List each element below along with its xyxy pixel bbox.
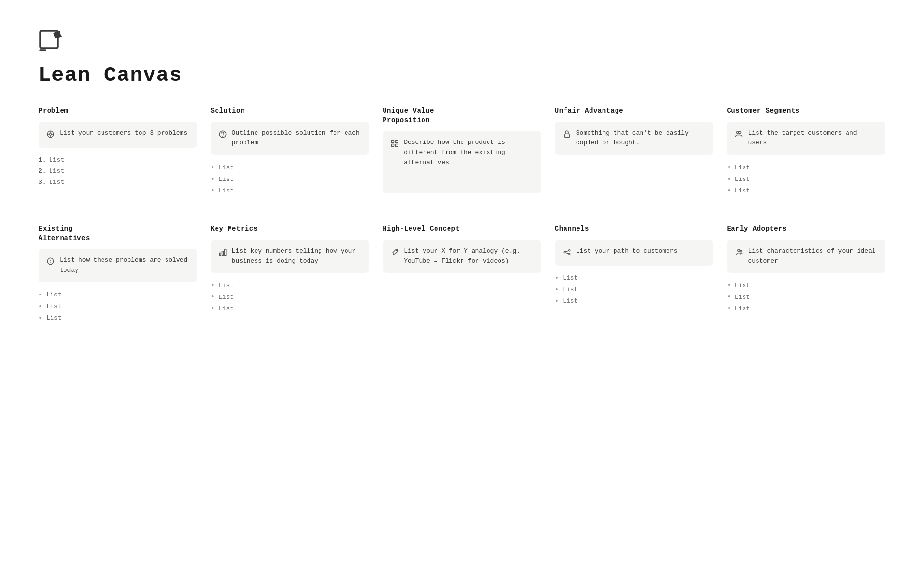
top-row-grid: Problem List your customers top 3 proble…: [38, 106, 886, 200]
problem-card-icon: [46, 129, 55, 141]
problem-section: Problem List your customers top 3 proble…: [38, 106, 197, 200]
early-adopters-list: List List List: [727, 280, 886, 314]
channels-list: List List List: [555, 272, 714, 307]
svg-point-10: [222, 136, 223, 136]
high-level-card: List your X for Y analogy (e.g. YouTube …: [383, 240, 541, 273]
customer-segments-card: List the target customers and users: [727, 122, 886, 155]
channels-card-icon: [563, 247, 571, 259]
page-title: Lean Canvas: [38, 64, 886, 87]
customer-segments-list: List List List: [727, 162, 886, 196]
high-level-section: High-Level Concept List your X for Y ana…: [383, 224, 541, 324]
key-metrics-card: List key numbers telling how your busine…: [211, 240, 370, 273]
list-item: List: [727, 303, 886, 314]
existing-alternatives-card-text: List how these problems are solved today: [60, 256, 190, 276]
channels-header: Channels: [555, 224, 714, 234]
customer-segments-header: Customer Segments: [727, 106, 886, 116]
channels-card-text: List your path to customers: [576, 246, 678, 256]
customer-segments-card-icon: [734, 129, 743, 141]
list-item: List: [38, 289, 197, 301]
svg-point-27: [569, 253, 570, 255]
svg-rect-12: [396, 140, 398, 142]
high-level-card-text: List your X for Y analogy (e.g. YouTube …: [404, 246, 534, 267]
problem-header: Problem: [38, 106, 197, 116]
list-item: List: [555, 284, 714, 295]
list-item: List: [727, 162, 886, 173]
list-item: List: [555, 272, 714, 284]
unfair-section: Unfair Advantage Something that can't be…: [555, 106, 714, 200]
existing-alternatives-card-icon: [46, 256, 55, 268]
svg-point-4: [50, 133, 52, 135]
page-header: Lean Canvas: [38, 29, 886, 87]
list-item: List: [38, 312, 197, 324]
channels-section: Channels List your path to customers Lis…: [555, 224, 714, 324]
list-item: 1.List: [38, 154, 197, 166]
unfair-card: Something that can't be easily copied or…: [555, 122, 714, 155]
existing-alternatives-list: List List List: [38, 289, 197, 324]
existing-alternatives-card: List how these problems are solved today: [38, 249, 197, 282]
svg-point-30: [738, 249, 740, 252]
svg-point-26: [569, 250, 570, 251]
key-metrics-card-icon: [218, 247, 227, 259]
problem-list: 1.List 2.List 3.List: [38, 154, 197, 188]
uvp-card-icon: [390, 138, 399, 150]
problem-card-text: List your customers top 3 problems: [60, 128, 187, 139]
key-metrics-section: Key Metrics List key numbers telling how…: [211, 224, 370, 324]
svg-rect-13: [391, 144, 394, 147]
solution-header: Solution: [211, 106, 370, 116]
svg-rect-15: [565, 134, 570, 138]
svg-rect-21: [219, 253, 221, 255]
page-icon: [38, 29, 886, 56]
svg-point-25: [564, 251, 565, 253]
list-item: List: [211, 173, 370, 185]
early-adopters-card-text: List characteristics of your ideal custo…: [748, 246, 878, 267]
list-item: List: [727, 280, 886, 291]
svg-point-31: [740, 250, 742, 252]
key-metrics-card-text: List key numbers telling how your busine…: [232, 246, 362, 267]
uvp-card-text: Describe how the product is different fr…: [404, 138, 534, 167]
list-item: List: [555, 295, 714, 307]
solution-list: List List List: [211, 162, 370, 196]
list-item: List: [727, 291, 886, 303]
svg-line-28: [565, 251, 569, 252]
svg-rect-22: [222, 251, 223, 256]
list-item: 2.List: [38, 166, 197, 177]
solution-section: Solution Outline possible solution for e…: [211, 106, 370, 200]
uvp-header: Unique Value Proposition: [383, 106, 541, 125]
list-item: List: [211, 291, 370, 303]
key-metrics-list: List List List: [211, 280, 370, 314]
high-level-header: High-Level Concept: [383, 224, 541, 234]
early-adopters-card: List characteristics of your ideal custo…: [727, 240, 886, 273]
svg-rect-11: [391, 140, 394, 142]
list-item: List: [211, 162, 370, 173]
existing-alternatives-section: Existing Alternatives List how these pro…: [38, 224, 197, 324]
high-level-card-icon: [390, 247, 399, 259]
svg-point-17: [739, 131, 741, 134]
list-item: List: [727, 173, 886, 185]
key-metrics-header: Key Metrics: [211, 224, 370, 234]
list-item: 3.List: [38, 177, 197, 188]
list-item: List: [38, 301, 197, 312]
unfair-card-text: Something that can't be easily copied or…: [576, 128, 706, 149]
early-adopters-card-icon: [734, 247, 743, 259]
existing-alternatives-header: Existing Alternatives: [38, 224, 197, 243]
bottom-row-grid: Existing Alternatives List how these pro…: [38, 224, 886, 324]
solution-card: Outline possible solution for each probl…: [211, 122, 370, 155]
svg-rect-14: [396, 144, 398, 147]
customer-segments-section: Customer Segments List the target custom…: [727, 106, 886, 200]
list-item: List: [211, 280, 370, 291]
early-adopters-header: Early Adopters: [727, 224, 886, 234]
problem-card: List your customers top 3 problems: [38, 122, 197, 148]
svg-rect-23: [224, 249, 226, 256]
list-item: List: [211, 303, 370, 314]
early-adopters-section: Early Adopters List characteristics of y…: [727, 224, 886, 324]
svg-line-29: [565, 253, 569, 254]
unfair-card-icon: [563, 129, 571, 141]
solution-card-icon: [218, 129, 227, 141]
uvp-card: Describe how the product is different fr…: [383, 131, 541, 193]
solution-card-text: Outline possible solution for each probl…: [232, 128, 362, 149]
list-item: List: [727, 185, 886, 196]
channels-card: List your path to customers: [555, 240, 714, 266]
uvp-section: Unique Value Proposition Describe how th…: [383, 106, 541, 200]
unfair-header: Unfair Advantage: [555, 106, 714, 116]
list-item: List: [211, 185, 370, 196]
